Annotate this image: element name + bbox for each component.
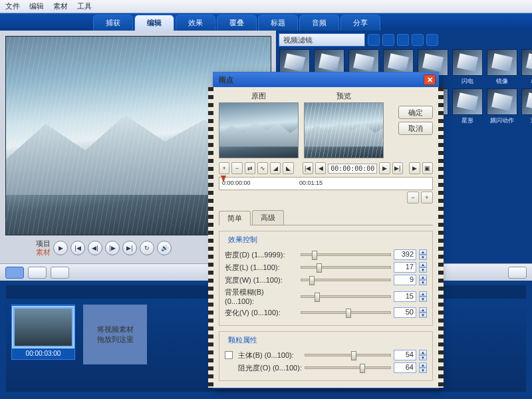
clip-duration: 00:00:03:00 — [26, 350, 61, 357]
param-bgblur: 背景模糊(B) (0...100): 15 ▲▼ — [225, 287, 427, 305]
width-spinner[interactable]: ▲▼ — [419, 275, 427, 285]
add-keyframe-button[interactable]: + — [219, 162, 229, 174]
volume-button[interactable]: 🔊 — [157, 241, 172, 255]
param-length: 长度(L) (1...100): 17 ▲▼ — [225, 262, 427, 273]
tab-advanced[interactable]: 高级 — [252, 210, 284, 225]
prev-kf-icon[interactable]: ◀ — [315, 162, 326, 174]
menu-edit[interactable]: 编辑 — [29, 1, 44, 11]
tab-capture[interactable]: 捕获 — [93, 15, 133, 31]
length-spinner[interactable]: ▲▼ — [419, 262, 427, 273]
body-slider[interactable] — [305, 354, 391, 356]
tab-overlay[interactable]: 覆叠 — [217, 15, 257, 31]
project-source-label: 项目素材 — [11, 239, 51, 257]
refresh-icon[interactable] — [412, 34, 424, 46]
zoom-out-icon[interactable]: − — [407, 192, 419, 203]
variance-value[interactable]: 50 — [394, 307, 416, 318]
filter-thumb[interactable]: 频闪动作 — [486, 88, 518, 125]
filter-thumb[interactable]: 漩涡 — [521, 88, 532, 125]
timeline-view-button[interactable] — [28, 267, 47, 279]
go-start-icon[interactable]: |◀ — [303, 162, 313, 174]
original-preview — [219, 102, 299, 158]
width-slider[interactable] — [301, 279, 391, 281]
list-icon[interactable] — [382, 34, 394, 46]
tab-audio[interactable]: 音频 — [299, 15, 339, 31]
fadein-button[interactable]: ◢ — [270, 162, 281, 174]
go-end-icon[interactable]: ▶| — [392, 162, 403, 174]
main-tabs: 捕获 编辑 效果 覆叠 标题 音频 分享 — [0, 13, 532, 31]
filter-thumb[interactable]: 星形 — [452, 88, 483, 125]
filter-thumb[interactable]: 镜像 — [486, 49, 518, 86]
length-value[interactable]: 17 — [394, 262, 416, 273]
playhead-timecode: 00:00:00:00 — [328, 164, 377, 174]
zoom-tool-button[interactable] — [508, 267, 527, 279]
play-device-button[interactable]: ▣ — [422, 162, 433, 174]
tab-edit[interactable]: 编辑 — [134, 15, 174, 31]
cancel-button[interactable]: 取消 — [398, 122, 433, 135]
tab-effects[interactable]: 效果 — [176, 15, 215, 31]
remove-keyframe-button[interactable]: − — [231, 162, 242, 174]
opacity-spinner[interactable]: ▲▼ — [419, 362, 427, 373]
variance-slider[interactable] — [301, 311, 391, 314]
fadeout-button[interactable]: ◣ — [283, 162, 293, 174]
effect-control-group: 效果控制 密度(D) (1...9999): 392 ▲▼ 长度(L) (1..… — [219, 231, 433, 326]
filter-thumb[interactable]: 单色 — [521, 49, 532, 86]
go-end-button[interactable]: ▶| — [122, 241, 137, 255]
length-slider[interactable] — [301, 266, 391, 269]
timeline-clip[interactable]: 00:00:03:00 — [11, 305, 75, 360]
menu-clip[interactable]: 素材 — [53, 1, 68, 11]
variance-spinner[interactable]: ▲▼ — [419, 307, 427, 318]
audio-view-button[interactable] — [51, 267, 69, 279]
go-start-button[interactable]: |◀ — [70, 241, 85, 255]
dialog-title: 雨点 — [219, 75, 233, 85]
loop-button[interactable]: ↻ — [140, 241, 154, 255]
menu-file[interactable]: 文件 — [5, 1, 20, 11]
folder-icon[interactable] — [368, 34, 380, 46]
bgblur-slider[interactable] — [301, 295, 391, 298]
preview-label: 预览 — [336, 91, 351, 101]
tab-share[interactable]: 分享 — [340, 15, 380, 31]
reverse-keyframe-button[interactable]: ⇄ — [245, 162, 255, 174]
bgblur-spinner[interactable]: ▲▼ — [419, 291, 427, 302]
param-density: 密度(D) (1...9999): 392 ▲▼ — [225, 249, 427, 260]
original-label: 原图 — [251, 91, 266, 101]
particle-group: 颗粒属性 主体(B) (0...100): 54 ▲▼ 阻光度(O) (0...… — [219, 331, 433, 381]
keyframe-timeline[interactable]: 0:00:00:00 00:01:15 — [219, 177, 433, 190]
body-spinner[interactable]: ▲▼ — [419, 350, 427, 360]
close-button[interactable]: ✕ — [424, 74, 436, 85]
effect-preview — [304, 102, 384, 158]
dialog-titlebar[interactable]: 雨点 ✕ — [213, 72, 438, 87]
tab-title[interactable]: 标题 — [258, 15, 298, 31]
zoom-in-icon[interactable]: + — [421, 192, 433, 203]
prev-frame-button[interactable]: ◀| — [88, 241, 102, 255]
options-icon[interactable] — [426, 34, 438, 46]
drop-placeholder[interactable]: 将视频素材 拖放到这里 — [83, 305, 147, 364]
menu-bar: 文件 编辑 素材 工具 — [0, 0, 532, 13]
opacity-slider[interactable] — [305, 366, 391, 369]
tc-end: 00:01:15 — [299, 180, 323, 186]
group-title: 颗粒属性 — [226, 335, 259, 345]
next-frame-button[interactable]: |▶ — [105, 241, 120, 255]
param-body: 主体(B) (0...100): 54 ▲▼ — [225, 350, 427, 360]
width-value[interactable]: 9 — [394, 275, 416, 285]
density-slider[interactable] — [301, 253, 391, 256]
curve-button[interactable]: ∿ — [257, 162, 268, 174]
filter-category-combo[interactable]: 视频滤镜 — [279, 33, 365, 47]
filter-thumb[interactable]: 闪电 — [452, 49, 483, 86]
tab-simple[interactable]: 简单 — [219, 211, 251, 225]
density-value[interactable]: 392 — [394, 249, 416, 260]
next-kf-icon[interactable]: ▶ — [379, 162, 390, 174]
play-button[interactable]: ▶ — [53, 241, 68, 255]
play-preview-button[interactable]: ▶ — [409, 162, 420, 174]
param-variance: 变化(V) (0...100): 50 ▲▼ — [225, 307, 427, 318]
storyboard-view-button[interactable] — [5, 267, 24, 279]
body-checkbox[interactable] — [225, 351, 233, 359]
opacity-value[interactable]: 64 — [394, 362, 416, 373]
density-spinner[interactable]: ▲▼ — [419, 249, 427, 260]
bgblur-value[interactable]: 15 — [394, 291, 416, 302]
param-tabs: 简单 高级 — [219, 210, 433, 225]
param-opacity: 阻光度(O) (0...100): 64 ▲▼ — [225, 362, 427, 373]
sort-icon[interactable] — [397, 34, 409, 46]
menu-tools[interactable]: 工具 — [77, 1, 92, 11]
body-value[interactable]: 54 — [394, 350, 416, 360]
ok-button[interactable]: 确定 — [398, 106, 433, 119]
